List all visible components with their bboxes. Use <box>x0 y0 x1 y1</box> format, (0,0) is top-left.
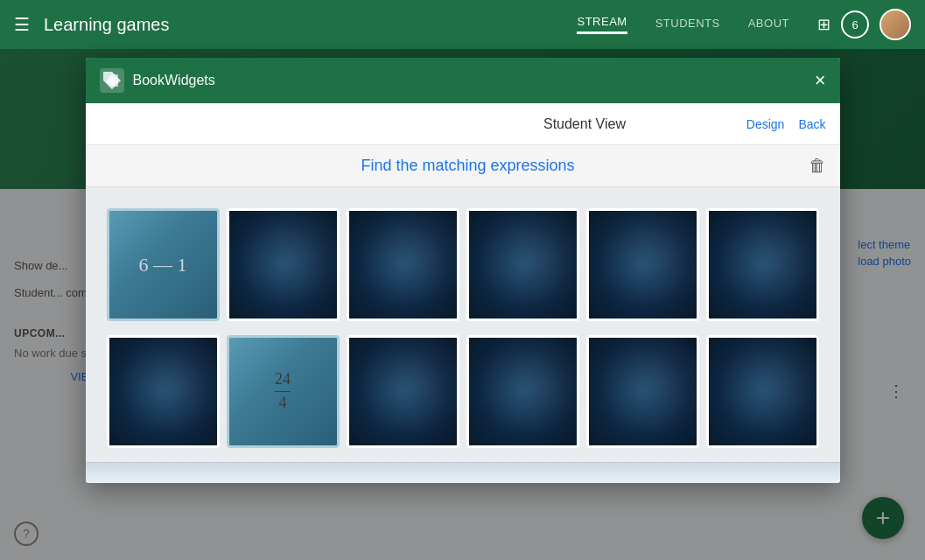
tab-about[interactable]: ABOUT <box>748 17 789 33</box>
card-12[interactable] <box>706 335 819 448</box>
card-1-face: 6 — 1 <box>109 211 217 318</box>
nav-tabs: STREAM STUDENTS ABOUT <box>577 15 789 34</box>
card-7-face <box>109 338 217 445</box>
card-3[interactable] <box>347 208 459 321</box>
nav-icons: ⊞ 6 <box>817 9 911 40</box>
card-6-face <box>709 211 816 318</box>
card-grid-row2: 24 4 <box>100 328 826 455</box>
trash-icon[interactable]: 🗑 <box>809 156 826 176</box>
card-grid-row1: 6 — 1 <box>100 201 826 328</box>
notification-badge[interactable]: 6 <box>841 10 869 38</box>
card-2[interactable] <box>227 208 340 321</box>
card-11[interactable] <box>586 335 699 448</box>
card-9[interactable] <box>347 335 459 448</box>
bookwidgets-modal: BookWidgets × Student View Design Back F… <box>86 58 840 483</box>
bookwidgets-logo-icon <box>100 68 124 93</box>
card-9-face <box>349 338 457 445</box>
modal-content: Find the matching expressions 🗑 6 — 1 <box>86 145 840 483</box>
design-link[interactable]: Design <box>746 117 785 131</box>
tab-stream[interactable]: STREAM <box>577 15 627 34</box>
card-10[interactable] <box>466 335 579 448</box>
card-5-face <box>589 211 697 318</box>
card-8-fraction: 24 4 <box>275 370 291 412</box>
tab-students[interactable]: STUDENTS <box>655 17 720 33</box>
card-2-face <box>229 211 337 318</box>
card-1-text: 6 — 1 <box>139 254 187 276</box>
fraction-numerator: 24 <box>275 370 291 392</box>
app-title: Learning games <box>44 15 169 35</box>
card-10-face <box>469 338 577 445</box>
card-4[interactable] <box>466 208 579 321</box>
modal-close-button[interactable]: × <box>815 71 826 90</box>
card-1[interactable]: 6 — 1 <box>107 208 220 321</box>
card-3-face <box>349 211 457 318</box>
card-11-face <box>589 338 697 445</box>
modal-overlay: BookWidgets × Student View Design Back F… <box>0 49 925 560</box>
card-7[interactable] <box>107 335 220 448</box>
game-title: Find the matching expressions <box>128 157 809 175</box>
game-title-bar: Find the matching expressions 🗑 <box>86 145 840 187</box>
top-nav: ☰ Learning games STREAM STUDENTS ABOUT ⊞… <box>0 0 925 49</box>
card-8-face: 24 4 <box>229 338 337 445</box>
back-link[interactable]: Back <box>798 117 825 131</box>
avatar-image <box>881 10 909 38</box>
modal-subheader: Student View Design Back <box>86 103 840 145</box>
hamburger-icon[interactable]: ☰ <box>14 14 30 35</box>
card-12-face <box>709 338 816 445</box>
modal-header: BookWidgets × <box>86 58 840 103</box>
student-view-label: Student View <box>423 116 746 132</box>
card-6[interactable] <box>706 208 819 321</box>
card-4-face <box>469 211 577 318</box>
card-5[interactable] <box>586 208 699 321</box>
user-avatar[interactable] <box>879 9 911 40</box>
modal-header-title: BookWidgets <box>133 73 815 88</box>
grid-icon[interactable]: ⊞ <box>817 15 830 34</box>
card-8[interactable]: 24 4 <box>227 335 340 448</box>
fraction-denominator: 4 <box>279 392 287 413</box>
